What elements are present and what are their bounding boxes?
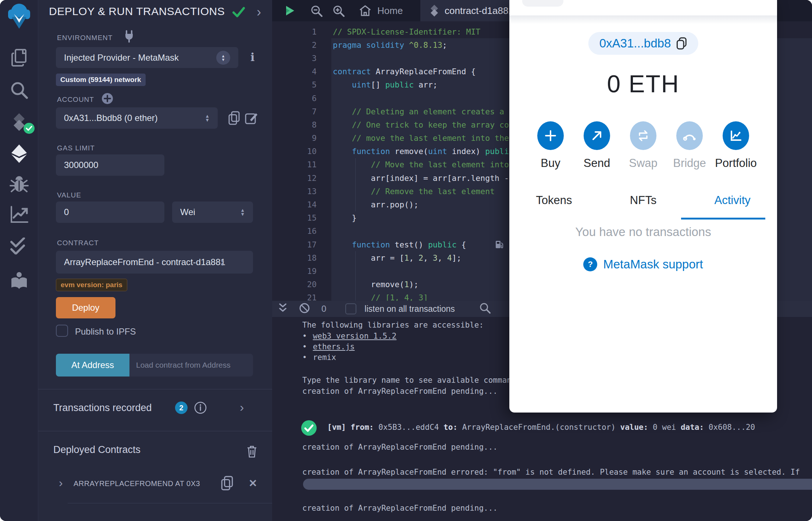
swap-icon [630,121,656,150]
deploy-button[interactable]: Deploy [56,297,115,318]
edit-account-icon[interactable] [245,111,258,126]
gas-limit-label: GAS LIMIT [57,144,95,152]
transactions-recorded-label: Transactions recorded [53,402,152,414]
expand-terminal-chevrons-icon[interactable] [277,302,288,315]
account-address: 0xA31...bdb8 [599,36,671,50]
action-bridge-button[interactable]: Bridge [675,121,704,170]
rail-item-solidity-compiler-icon[interactable] [0,108,38,136]
compiled-check-badge-icon [24,123,35,134]
metamask-popup: 0xA31...bdb8 0 ETH BuySendSwapBridgePort… [509,0,777,413]
unit-spinner-icon[interactable]: ▲▼ [240,208,245,216]
deployed-row-chevron-icon[interactable]: › [59,476,63,490]
solidity-icon [430,4,439,17]
contract-label: CONTRACT [57,239,99,247]
deployed-contract-item[interactable]: ARRAYREPLACEFROMEND AT 0X3 [74,479,200,488]
copy-deployed-icon[interactable] [221,476,234,492]
eth-balance: 0 ETH [509,70,777,98]
action-portfolio-button[interactable]: Portfolio [721,121,751,170]
rail-item-statistics-icon[interactable] [0,200,38,229]
transactions-expand-chevron-icon[interactable]: › [240,400,244,414]
environment-select[interactable]: Injected Provider - MetaMask ▲▼ [56,47,238,68]
tx-success-check-icon [301,420,317,438]
metamask-support-link[interactable]: ? MetaMask support [509,257,777,271]
rail-item-search-icon[interactable] [0,76,38,104]
tab-activity[interactable]: Activity [688,189,777,212]
terminal-line: creation of ArrayReplaceFromEnd pending.… [302,443,498,452]
popup-header-shadow [509,15,777,25]
clear-deployed-trash-icon[interactable] [246,445,258,460]
account-select[interactable]: 0xA31...Bbdb8 (0 ether) ▲▼ [56,107,218,129]
terminal-line[interactable]: •web3 version 1.5.2 [302,332,396,340]
active-tab-underline [681,218,765,220]
icon-rail [0,0,38,521]
network-badge: Custom (59144) network [56,74,146,86]
popup-drag-handle [522,0,563,7]
tab-nfts[interactable]: NFTs [599,189,688,212]
action-send-button[interactable]: Send [582,121,612,170]
terminal-line: creation of ArrayReplaceFromEnd pending.… [302,387,498,396]
clear-terminal-ban-icon[interactable] [299,302,310,315]
panel-collapse-chevron-icon[interactable]: › [257,4,261,20]
rail-item-learneth-icon[interactable] [0,266,38,295]
gas-estimate-icon [495,240,504,251]
publish-ipfs-label: Publish to IPFS [75,326,136,337]
divider [38,431,272,431]
value-unit-select[interactable]: Wei ▲▼ [172,201,253,223]
action-swap-button[interactable]: Swap [628,121,658,170]
add-account-icon[interactable] [102,93,113,106]
compile-success-check-icon [232,7,245,19]
tab-tokens[interactable]: Tokens [509,189,599,212]
terminal-line[interactable]: •ethers.js [302,342,355,351]
contract-select[interactable]: ArrayReplaceFromEnd - contract-d1a881 ▲▼ [56,251,253,274]
account-spinner-icon[interactable]: ▲▼ [205,114,210,122]
at-address-button[interactable]: At Address [56,354,129,377]
rail-item-deploy-run-icon[interactable] [0,139,38,168]
tab-home[interactable]: Home [359,0,403,21]
action-buy-button[interactable]: Buy [536,121,565,170]
divider [68,503,272,503]
support-question-icon: ? [583,257,597,271]
transactions-info-icon[interactable] [194,402,207,415]
terminal-scrollbar[interactable] [303,479,812,490]
transactions-count-badge: 2 [175,402,188,414]
remix-ide-window: DEPLOY & RUN TRANSACTIONS › ENVIRONMENT … [0,0,812,521]
terminal-listen-count: 0 [321,304,326,314]
run-script-play-icon[interactable] [284,5,296,18]
plug-icon [124,30,135,44]
zoom-out-icon[interactable] [310,5,323,19]
terminal-line: Type the library name to see available c… [302,376,526,385]
bridge-icon [676,121,703,150]
at-address-input[interactable] [129,354,253,377]
remove-deployed-close-icon[interactable]: ✕ [249,477,257,489]
terminal-line: creation of ArrayReplaceFromEnd pending.… [302,504,498,513]
environment-label: ENVIRONMENT [57,34,113,42]
environment-spinner-icon[interactable]: ▲▼ [216,51,230,65]
zoom-in-icon[interactable] [332,5,345,19]
listen-transactions-label: listen on all transactions [364,304,455,314]
account-address-pill[interactable]: 0xA31...bdb8 [588,32,698,55]
value-input[interactable]: 0 [56,201,164,223]
environment-info-icon[interactable]: i [250,51,254,64]
rail-item-unit-testing-icon[interactable] [0,232,38,260]
contract-spinner-icon[interactable]: ▲▼ [220,258,225,266]
publish-ipfs-checkbox[interactable] [56,325,68,337]
copy-account-icon[interactable] [228,111,241,126]
gas-limit-input[interactable]: 3000000 [56,154,164,176]
terminal-search-icon[interactable] [479,302,491,315]
plus-icon [537,121,564,150]
rail-item-file-explorer-icon[interactable] [0,43,38,72]
terminal-line: •remix [302,353,336,362]
rail-item-remix-logo[interactable] [0,1,38,30]
terminal-line: [vm] from: 0x5B3...eddC4 to: ArrayReplac… [327,423,755,432]
rail-item-debugger-icon[interactable] [0,170,38,199]
portfolio-icon [723,121,749,150]
account-label: ACCOUNT [57,96,94,104]
terminal-line: The following libraries are accessible: [302,321,484,329]
home-icon [359,5,371,17]
send-icon [584,121,610,150]
listen-transactions-checkbox[interactable] [345,303,356,314]
copy-address-icon[interactable] [676,37,687,50]
terminal-line: creation of ArrayReplaceFromEnd errored:… [302,468,800,477]
deploy-run-panel: DEPLOY & RUN TRANSACTIONS › ENVIRONMENT … [38,0,272,521]
page-title: DEPLOY & RUN TRANSACTIONS [49,5,225,18]
